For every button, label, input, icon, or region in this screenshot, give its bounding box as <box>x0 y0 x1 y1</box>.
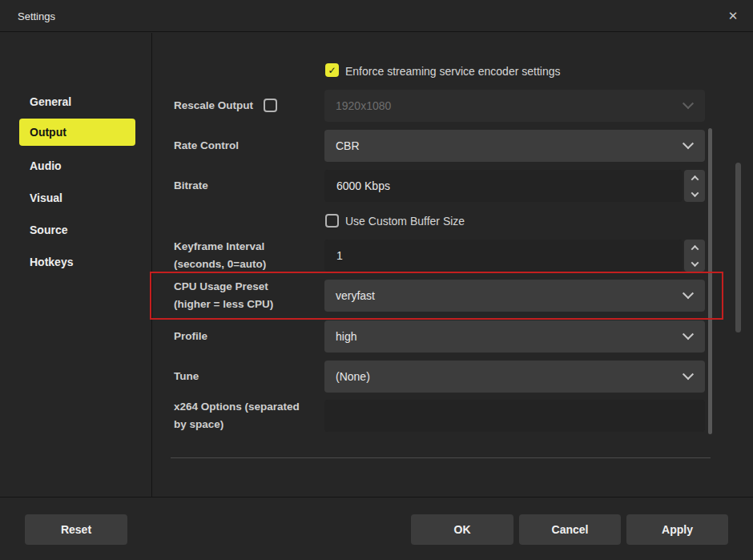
spin-buttons <box>684 170 705 202</box>
spin-down-button[interactable] <box>684 256 705 272</box>
sidebar-item-source[interactable]: Source <box>19 216 135 244</box>
rescale-output-checkbox[interactable] <box>264 99 277 112</box>
keyframe-interval-value[interactable]: 1 <box>324 240 683 272</box>
bitrate-value[interactable]: 6000 Kbps <box>324 170 683 202</box>
rescale-output-label: Rescale Output <box>174 90 320 122</box>
tune-label: Tune <box>174 361 320 393</box>
keyframe-interval-label: Keyframe Interval (seconds, 0=auto) <box>174 240 320 272</box>
spin-up-button[interactable] <box>684 240 705 256</box>
spin-up-button[interactable] <box>684 170 705 186</box>
chevron-down-icon <box>683 328 694 340</box>
section-divider <box>171 457 711 458</box>
bitrate-spinner[interactable]: 6000 Kbps <box>324 170 705 202</box>
reset-button[interactable]: Reset <box>25 514 127 545</box>
settings-window: Settings ✕ General Output Audio Visual S… <box>0 0 753 560</box>
bitrate-label: Bitrate <box>174 170 320 202</box>
sidebar-item-output[interactable]: Output <box>19 119 135 146</box>
window-title: Settings <box>18 0 55 32</box>
profile-dropdown[interactable]: high <box>324 320 705 353</box>
custom-buffer-checkbox[interactable] <box>325 214 339 228</box>
apply-button[interactable]: Apply <box>626 514 728 545</box>
ok-button[interactable]: OK <box>411 514 513 545</box>
x264-options-input[interactable] <box>324 400 705 432</box>
rate-control-label: Rate Control <box>174 130 320 162</box>
titlebar: Settings ✕ <box>0 0 753 32</box>
outer-scrollbar[interactable] <box>735 163 741 332</box>
keyframe-interval-spinner[interactable]: 1 <box>324 240 705 272</box>
cpu-preset-dropdown[interactable]: veryfast <box>324 280 705 312</box>
chevron-up-icon <box>691 244 699 252</box>
enforce-encoder-label: Enforce streaming service encoder settin… <box>345 65 560 78</box>
chevron-down-icon <box>683 98 694 109</box>
rescale-resolution-dropdown[interactable]: 1920x1080 <box>324 90 705 122</box>
chevron-down-icon <box>683 288 694 299</box>
spin-down-button[interactable] <box>684 186 705 202</box>
checkmark-icon: ✓ <box>328 65 336 76</box>
chevron-down-icon <box>683 138 694 149</box>
sidebar-item-general[interactable]: General <box>19 88 135 115</box>
enforce-encoder-checkbox[interactable]: ✓ <box>325 63 339 77</box>
chevron-down-icon <box>691 189 699 197</box>
spin-buttons <box>684 240 705 272</box>
chevron-down-icon <box>691 259 699 267</box>
chevron-up-icon <box>691 175 699 183</box>
cancel-button[interactable]: Cancel <box>519 514 621 545</box>
sidebar-item-hotkeys[interactable]: Hotkeys <box>19 248 135 276</box>
profile-label: Profile <box>174 320 320 353</box>
sidebar-item-audio[interactable]: Audio <box>19 152 135 179</box>
custom-buffer-label: Use Custom Buffer Size <box>345 215 465 228</box>
tune-dropdown[interactable]: (None) <box>324 361 705 393</box>
cpu-preset-label: CPU Usage Preset (higher = less CPU) <box>174 280 320 312</box>
x264-options-label: x264 Options (separated by space) <box>174 400 320 432</box>
rate-control-dropdown[interactable]: CBR <box>324 130 705 162</box>
sidebar: General Output Audio Visual Source Hotke… <box>0 33 152 497</box>
sidebar-item-visual[interactable]: Visual <box>19 184 135 212</box>
inner-scrollbar[interactable] <box>708 128 712 434</box>
footer-bar: Reset OK Cancel Apply <box>0 497 753 560</box>
close-icon[interactable]: ✕ <box>719 0 747 32</box>
chevron-down-icon <box>683 369 694 380</box>
